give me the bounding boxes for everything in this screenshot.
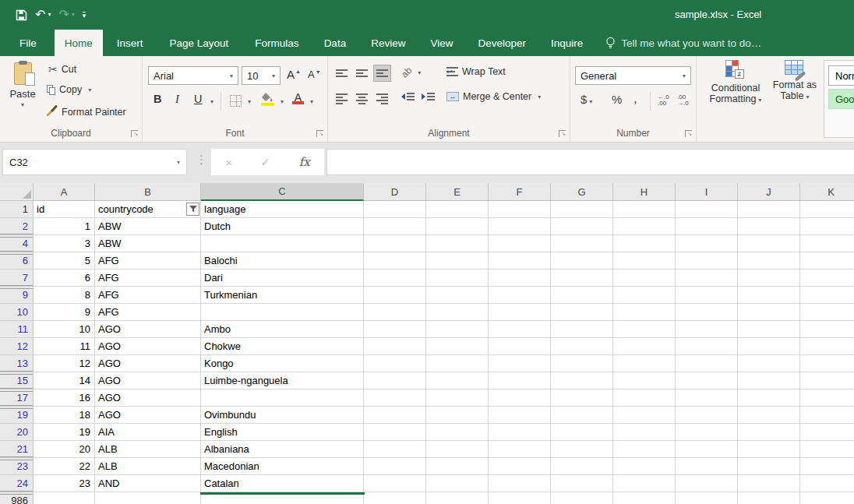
tab-home[interactable]: Home (55, 30, 103, 56)
decrease-font-size-button[interactable]: A▼ (308, 69, 321, 80)
cell-E15[interactable] (426, 372, 489, 389)
cell-G20[interactable] (551, 424, 613, 441)
cell-G13[interactable] (551, 355, 613, 372)
row-header-17[interactable]: 17 (0, 389, 34, 407)
cell-E6[interactable] (426, 252, 489, 270)
cell-J20[interactable] (738, 424, 800, 441)
cell-I2[interactable] (676, 218, 738, 235)
cell-D986[interactable] (364, 492, 426, 504)
cell-G24[interactable] (551, 475, 613, 492)
cell-A21[interactable]: 20 (34, 441, 95, 458)
cell-F21[interactable] (489, 441, 551, 458)
undo-caret-icon[interactable]: ▾ (48, 12, 51, 18)
cell-J24[interactable] (738, 475, 800, 492)
cell-F24[interactable] (489, 475, 551, 492)
cell-E21[interactable] (426, 441, 489, 458)
cell-C9[interactable]: Turkmenian (201, 287, 364, 304)
cell-C13[interactable]: Kongo (201, 355, 364, 372)
column-header-F[interactable]: F (489, 183, 551, 201)
cell-F986[interactable] (489, 492, 551, 504)
increase-decimal-button[interactable]: ←.0.00 (658, 94, 669, 107)
top-align-button[interactable] (333, 65, 351, 82)
font-color-button[interactable]: A (292, 91, 304, 103)
cell-G23[interactable] (551, 458, 613, 475)
cell-C23[interactable]: Macedonian (201, 458, 364, 475)
cell-D10[interactable] (364, 304, 426, 321)
align-left-button[interactable] (333, 90, 351, 107)
cell-D4[interactable] (364, 235, 426, 252)
formula-input[interactable] (326, 149, 854, 175)
cell-F13[interactable] (489, 355, 551, 372)
cell-J10[interactable] (738, 304, 800, 321)
borders-caret-icon[interactable]: ▾ (248, 98, 251, 105)
row-header-15[interactable]: 15 (0, 372, 34, 389)
cell-A19[interactable]: 18 (34, 407, 95, 424)
cell-E986[interactable] (426, 492, 489, 504)
column-header-E[interactable]: E (426, 183, 489, 201)
cell-C17[interactable] (201, 389, 364, 407)
filter-icon[interactable] (186, 203, 199, 216)
bold-button[interactable]: B (154, 93, 161, 105)
cell-C10[interactable] (201, 304, 364, 321)
cell-J11[interactable] (738, 321, 800, 338)
customize-qat-button[interactable]: ▾ (83, 12, 86, 18)
cell-B9[interactable]: AFG (95, 287, 201, 304)
cell-F15[interactable] (489, 372, 551, 389)
cell-K15[interactable] (800, 372, 854, 389)
cell-H15[interactable] (613, 372, 676, 389)
row-header-12[interactable]: 12 (0, 338, 34, 355)
cell-I19[interactable] (676, 407, 738, 424)
cell-K11[interactable] (800, 321, 854, 338)
cell-K10[interactable] (800, 304, 854, 321)
row-header-986[interactable]: 986 (0, 492, 34, 504)
cell-I20[interactable] (676, 424, 738, 441)
cell-F10[interactable] (489, 304, 551, 321)
row-header-23[interactable]: 23 (0, 458, 34, 475)
italic-button[interactable]: I (175, 93, 179, 106)
name-box[interactable]: C32 ▾ (2, 149, 187, 175)
cell-H4[interactable] (613, 235, 676, 252)
cell-I10[interactable] (676, 304, 738, 321)
cell-K9[interactable] (800, 287, 854, 304)
column-header-A[interactable]: A (34, 183, 95, 201)
cell-H13[interactable] (613, 355, 676, 372)
cell-A23[interactable]: 22 (34, 458, 95, 475)
tab-inquire[interactable]: Inquire (541, 30, 593, 56)
cell-I11[interactable] (676, 321, 738, 338)
cell-J23[interactable] (738, 458, 800, 475)
column-header-C[interactable]: C (201, 183, 364, 201)
middle-align-button[interactable] (353, 65, 371, 82)
cell-E2[interactable] (426, 218, 489, 235)
cell-D24[interactable] (364, 475, 426, 492)
column-header-G[interactable]: G (551, 183, 613, 201)
conditional-formatting-button[interactable]: ≠ Conditional Formatting▾ (706, 60, 765, 104)
cell-F1[interactable] (489, 201, 551, 218)
cell-J2[interactable] (738, 218, 800, 235)
cell-G2[interactable] (551, 218, 613, 235)
cell-K21[interactable] (800, 441, 854, 458)
decrease-decimal-button[interactable]: .00→.0 (677, 94, 689, 107)
cell-K12[interactable] (800, 338, 854, 355)
tab-review[interactable]: Review (361, 30, 415, 56)
cell-J7[interactable] (738, 270, 800, 287)
wrap-text-button[interactable]: ↩ Wrap Text (446, 66, 506, 77)
row-header-6[interactable]: 6 (0, 252, 34, 270)
cell-J986[interactable] (738, 492, 800, 504)
bottom-align-button[interactable] (373, 65, 391, 82)
cell-I4[interactable] (676, 235, 738, 252)
cell-C12[interactable]: Chokwe (201, 338, 364, 355)
fill-caret-icon[interactable]: ▾ (281, 98, 284, 105)
cell-J17[interactable] (738, 389, 800, 407)
cell-E12[interactable] (426, 338, 489, 355)
cell-E17[interactable] (426, 389, 489, 407)
number-format-combo[interactable]: General ▾ (575, 66, 691, 85)
format-as-table-button[interactable]: Format as Table▾ (770, 60, 820, 101)
cell-G12[interactable] (551, 338, 613, 355)
cell-H2[interactable] (613, 218, 676, 235)
cell-K13[interactable] (800, 355, 854, 372)
cell-A12[interactable]: 11 (34, 338, 95, 355)
cell-G17[interactable] (551, 389, 613, 407)
cell-B23[interactable]: ALB (95, 458, 201, 475)
cell-E20[interactable] (426, 424, 489, 441)
alignment-dialog-launcher[interactable]: ↘ (559, 130, 566, 137)
